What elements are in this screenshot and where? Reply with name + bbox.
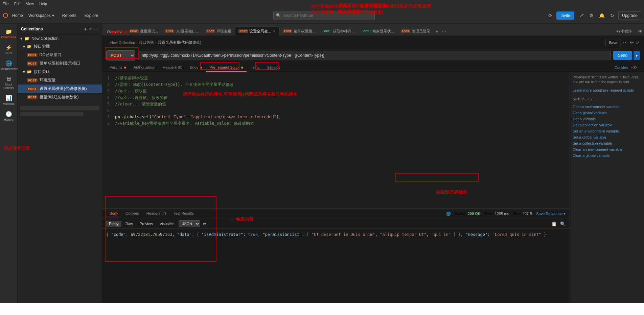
invite-button[interactable]: Invite [556, 11, 574, 20]
snippet-clear-global-var[interactable]: Clear a global variable [573, 152, 641, 159]
request-env-var[interactable]: POST 环境变量 [18, 76, 102, 84]
format-preview[interactable]: Preview [137, 221, 156, 227]
code-editor[interactable]: 1 2 3 4 5 6 7 8 //请求前脚本设置 //需求: 修改{{Cont… [102, 72, 570, 208]
copy-response-icon[interactable]: 📋 [551, 221, 557, 226]
send-button[interactable]: Send [613, 51, 632, 60]
code-toggle-icon[interactable]: </> [629, 64, 640, 71]
tab-close-button[interactable]: ✕ [273, 29, 276, 33]
git-icon[interactable]: ⎇ [577, 11, 585, 20]
menu-view[interactable]: View [26, 2, 34, 6]
collection-new-collection[interactable]: ▾ 📁 New Collection [18, 35, 102, 42]
sidebar-item-monitors[interactable]: 📊 Monitors [1, 93, 16, 107]
snippet-set-env-var[interactable]: Set an environment variable [573, 128, 641, 134]
req-tab-pre-request[interactable]: Pre-request Script [206, 63, 247, 72]
expand-icon[interactable]: ⤢ [636, 40, 640, 45]
tab-get-attr[interactable]: GET 获取种种详... [319, 27, 358, 35]
req-tab-settings[interactable]: Settings [263, 63, 284, 72]
sidebar-item-collections[interactable]: 📁 Collections [1, 26, 16, 41]
notifications-icon[interactable]: 🔔 [598, 11, 606, 20]
sidebar-item-mock-servers[interactable]: 🖥 Mock Servers [1, 74, 16, 92]
add-tab-button[interactable]: + [434, 28, 440, 35]
mock-servers-label: Mock Servers [3, 83, 15, 90]
folder-interface-practice[interactable]: ▾ 📂 接口实践 [18, 42, 102, 51]
tab-iry[interactable]: IRY小程序 [611, 27, 635, 35]
refresh-icon[interactable]: ↻ [609, 11, 616, 20]
request-dc-login[interactable]: POST DC登录接口 [18, 51, 102, 59]
format-visualize[interactable]: Visualize [157, 221, 177, 227]
snippet-get-env-var[interactable]: Get an environment variable [573, 104, 641, 110]
sidebar-item-history[interactable]: 🕒 History [1, 109, 16, 123]
tab-admin-login[interactable]: POST 管理员登录 [397, 27, 434, 35]
method-select[interactable]: POST GET PUT DELETE [106, 50, 135, 60]
more-tabs-button[interactable]: ⋯ [440, 28, 448, 35]
request-menu-permission[interactable]: POST 菜单权限控制显示接口 [18, 59, 102, 68]
snippet-get-var[interactable]: Get a variable [573, 116, 641, 122]
code-content[interactable]: //请求前脚本设置 //需求: 修改{{Content-Type}}, 不直接去… [112, 75, 570, 205]
explore-link[interactable]: Explore [82, 12, 101, 19]
edit-icon[interactable]: ✏ [630, 40, 634, 45]
more-options-icon[interactable]: ⋯ [94, 26, 98, 32]
menu-edit[interactable]: Edit [14, 2, 21, 6]
add-collection-icon[interactable]: + [84, 26, 87, 32]
resp-tab-cookies[interactable]: Cookies [122, 210, 142, 217]
req-tab-headers[interactable]: Headers (8) [159, 63, 186, 72]
snippet-set-collection-var[interactable]: Set a collection variable [573, 140, 641, 146]
req-tab-tests[interactable]: Tests [247, 63, 263, 72]
req-tab-params[interactable]: Params [106, 63, 130, 72]
filter-icon[interactable]: ≡ [89, 26, 92, 32]
send-dropdown-button[interactable]: ▾ [634, 51, 640, 60]
snippet-get-collection-var[interactable]: Get a collection variable [573, 122, 641, 128]
sync-icon[interactable]: ⟳ [547, 11, 554, 20]
sidebar-item-environments[interactable]: 🌐 Environments [1, 58, 16, 73]
folder-interface-relation[interactable]: ▾ 📂 接口关联 [18, 68, 102, 76]
format-raw[interactable]: Raw [123, 221, 136, 227]
request-name: DC登录接口 [40, 52, 62, 58]
resp-tab-headers[interactable]: Headers (7) [143, 210, 169, 217]
req-tab-authorization[interactable]: Authorization [130, 63, 159, 72]
tab-set-global[interactable]: POST 设置全局变... ✕ [235, 27, 279, 35]
format-pretty[interactable]: Pretty [106, 221, 121, 227]
workspaces-menu[interactable]: Workspaces ▾ [26, 12, 57, 19]
resp-tab-test-results[interactable]: Test Results [170, 210, 197, 217]
cookies-link[interactable]: Cookies [615, 66, 628, 70]
tab-overview[interactable]: Overview [104, 28, 126, 35]
collections-title: Collections [21, 27, 43, 31]
folder-icon: 📂 [27, 70, 32, 74]
save-button[interactable]: Save [605, 39, 621, 46]
tab-batch-test[interactable]: POST 批量测试... [126, 27, 161, 35]
breadcrumb-collection[interactable]: New Collection [110, 41, 135, 45]
tab-env-var[interactable]: POST 环境变量 [202, 27, 235, 35]
menu-file[interactable]: File [3, 2, 9, 6]
snippet-set-global-var[interactable]: Set a global variable [573, 134, 641, 140]
req-tab-body[interactable]: Body [186, 63, 205, 72]
search-response-icon[interactable]: 🔍 [560, 221, 566, 226]
snippets-panel: Pre-request scripts are written in JavaS… [570, 72, 644, 303]
home-link[interactable]: Home [12, 13, 23, 18]
tab-menu-perm[interactable]: POST 菜单权限测... [279, 27, 319, 35]
request-batch-test[interactable]: POST 批量测试(文档参数化) [18, 93, 102, 101]
tab-merchant-reg[interactable]: GET 商家登录状... [358, 27, 397, 35]
snippet-clear-env-var[interactable]: Clear an environment variable [573, 146, 641, 152]
mock-servers-icon: 🖥 [6, 76, 12, 82]
menu-help[interactable]: Help [39, 2, 47, 6]
eye-icon[interactable]: 👁 [638, 29, 643, 34]
save-response-button[interactable]: Save Response ▾ [536, 212, 566, 216]
wrap-icon[interactable]: ⇌ [203, 221, 206, 226]
url-input[interactable] [138, 51, 611, 60]
history-icon: 🕒 [5, 111, 12, 117]
settings-icon[interactable]: ⚙ [588, 11, 595, 20]
search-input[interactable] [273, 11, 375, 20]
reports-link[interactable]: Reports [60, 12, 79, 19]
method-badge-post: POST [27, 95, 38, 99]
more-options-button[interactable]: ⋯ [623, 40, 628, 45]
sidebar-item-apis[interactable]: ⚡ APIs [1, 42, 16, 57]
request-set-global-var[interactable]: POST 设置全局变量(代码修改值) [18, 84, 102, 93]
upgrade-button[interactable]: Upgrade [618, 11, 641, 20]
format-type-select[interactable]: JSON XML HTML Text [179, 220, 200, 227]
main-editor: 1 2 3 4 5 6 7 8 //请求前脚本设置 //需求: 修改{{Cont… [102, 72, 570, 303]
tab-dc-login[interactable]: POST DC登录接口... [161, 27, 202, 35]
snippet-get-global-var[interactable]: Get a global variable [573, 110, 641, 116]
resp-tab-body[interactable]: Body [106, 210, 121, 217]
breadcrumb-folder[interactable]: 接口关联 [139, 40, 154, 45]
learn-more-link[interactable]: Learn more about pre-request scripts [573, 87, 641, 93]
